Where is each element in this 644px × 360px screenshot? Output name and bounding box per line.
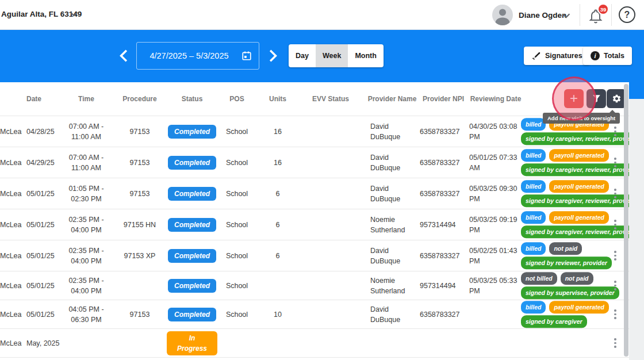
- reviewing-date-line: 05/03/25 09:19: [469, 215, 523, 225]
- column-header-provider-name: Provider Name: [366, 94, 419, 104]
- row-menu-button[interactable]: [608, 307, 622, 322]
- cell-status: Completed: [167, 187, 217, 201]
- badge-signed-by-caregiver: signed by caregiver: [521, 315, 587, 328]
- status-badge: Completed: [168, 249, 216, 263]
- view-toggle-week[interactable]: Week: [316, 44, 348, 67]
- cell-units: 6: [256, 220, 299, 230]
- status-badge: Completed: [168, 187, 216, 201]
- date-range-picker[interactable]: 4/27/2025 – 5/3/2025: [136, 42, 259, 70]
- cell-procedure: 97155 HN: [113, 220, 167, 230]
- signatures-button[interactable]: Signatures: [524, 47, 590, 65]
- table-row: McLean05/01/2502:35 PM -04:00 PM97155 HN…: [0, 209, 629, 240]
- cell-time: 07:00 AM -11:00 AM: [60, 152, 113, 173]
- badge-billed: billed: [521, 301, 546, 313]
- gear-icon: [612, 94, 622, 104]
- totals-button[interactable]: i Totals: [583, 47, 632, 65]
- avatar[interactable]: [492, 5, 513, 25]
- cell-reviewing-date: 05/02/25 01:43PM: [469, 246, 523, 266]
- cell-date: 05/01/25: [23, 189, 59, 199]
- badge-line: signed by caregiver, reviewer, provider: [521, 163, 608, 176]
- reviewing-date-line: 05/03/25 05:33: [469, 275, 523, 286]
- time-line: 02:30 PM: [60, 194, 113, 204]
- view-toggle-month[interactable]: Month: [348, 44, 383, 67]
- row-menu-button[interactable]: [608, 155, 622, 170]
- chevron-down-icon[interactable]: [69, 9, 79, 21]
- column-header-units: Units: [256, 94, 299, 104]
- row-menu-button[interactable]: [608, 248, 622, 263]
- cell-status: In Progress: [167, 331, 217, 355]
- cell-date: 05/01/25: [23, 309, 59, 320]
- row-menu-button[interactable]: [608, 278, 622, 293]
- table-row: McLeanMay, 2025In Progress: [0, 329, 629, 358]
- help-button[interactable]: ?: [619, 6, 635, 23]
- cell-procedure: 97153: [113, 158, 167, 168]
- reviewing-date-line: PM: [469, 286, 523, 296]
- table-row: McLean04/29/2507:00 AM -11:00 AM97153Com…: [0, 147, 629, 178]
- table-header-row: Date Time Procedure Status POS Units EVV…: [0, 82, 629, 116]
- row-menu-button[interactable]: [608, 336, 622, 351]
- divider: [611, 4, 612, 26]
- cell-time: 04:05 PM -06:30 PM: [60, 304, 113, 325]
- add-visit-button[interactable]: +: [564, 89, 584, 108]
- notifications-button[interactable]: 39: [586, 6, 610, 25]
- cell-pos: School: [217, 309, 256, 320]
- time-line: 07:00 AM -: [60, 152, 113, 163]
- badge-billed: billed: [521, 242, 546, 255]
- schedule-toolbar: 4/27/2025 – 5/3/2025 DayWeekMonth Signat…: [0, 30, 644, 82]
- cell-pos: School: [217, 158, 256, 168]
- cell-client-name: McLean: [0, 189, 22, 199]
- reviewing-date-line: 05/03/25 09:30: [469, 183, 523, 194]
- cell-provider-npi: 6358783327: [420, 189, 467, 199]
- settings-button[interactable]: [607, 89, 626, 108]
- row-menu-button[interactable]: [608, 186, 622, 201]
- time-line: 06:30 PM: [60, 315, 113, 325]
- view-toggle: DayWeekMonth: [289, 44, 384, 67]
- status-badge: In Progress: [167, 331, 217, 355]
- filter-button[interactable]: [586, 89, 606, 108]
- row-menu-button[interactable]: [608, 124, 622, 139]
- tooltip-caret: [610, 110, 615, 113]
- cell-provider-name: David DuBuque: [366, 152, 419, 173]
- time-line: 11:00 AM: [60, 132, 113, 142]
- kebab-dot: [614, 131, 616, 133]
- cell-pos: School: [217, 189, 256, 199]
- right-gutter-blue: [629, 82, 644, 99]
- table-body: McLean04/28/2507:00 AM -11:00 AM97153Com…: [0, 116, 629, 358]
- time-line: 07:00 AM -: [60, 121, 113, 132]
- chevron-down-icon[interactable]: [561, 11, 571, 23]
- reviewing-date-line: PM: [469, 132, 523, 142]
- column-header-reviewing-date: Reviewing Date: [469, 94, 522, 104]
- cell-client-name: McLean: [0, 281, 22, 291]
- kebab-dot: [614, 158, 616, 160]
- row-menu-button[interactable]: [608, 217, 622, 232]
- cell-badges: billedpayroll generatedsigned by caregiv…: [521, 148, 608, 178]
- cell-pos: School: [217, 220, 256, 230]
- cell-client-name: McLean: [0, 127, 22, 137]
- cell-badges: billedpayroll generatedsigned by caregiv…: [521, 179, 608, 209]
- cell-reviewing-date: 04/30/25 03:08PM: [469, 121, 523, 142]
- user-menu-label[interactable]: Diane Ogden: [519, 11, 566, 20]
- cell-date: May, 2025: [23, 338, 59, 348]
- kebab-dot: [614, 255, 616, 257]
- reviewing-date-line: PM: [469, 194, 523, 204]
- badge-line: billedpayroll generated: [521, 149, 608, 162]
- view-toggle-day[interactable]: Day: [289, 44, 316, 67]
- cell-date: 04/28/25: [23, 127, 59, 137]
- top-bar: Aguilar Alta, FL 63149 Diane Ogden 39 ?: [0, 0, 644, 30]
- signatures-label: Signatures: [545, 52, 582, 60]
- kebab-dot: [614, 162, 616, 164]
- time-line: 11:00 AM: [60, 163, 113, 173]
- cell-status: Completed: [167, 125, 217, 139]
- vertical-scrollbar[interactable]: [624, 84, 628, 357]
- badge-not-paid: not paid: [549, 242, 582, 255]
- table-row: McLean05/01/2502:35 PM -04:00 PMComplete…: [0, 271, 629, 300]
- status-badge: Completed: [168, 218, 216, 232]
- kebab-dot: [614, 193, 616, 195]
- status-badge: Completed: [168, 279, 216, 293]
- kebab-dot: [614, 165, 616, 167]
- kebab-dot: [614, 285, 616, 287]
- kebab-dot: [614, 127, 616, 129]
- cell-provider-npi: 957314494: [420, 220, 467, 230]
- next-week-button[interactable]: [269, 48, 280, 64]
- previous-week-button[interactable]: [118, 48, 130, 64]
